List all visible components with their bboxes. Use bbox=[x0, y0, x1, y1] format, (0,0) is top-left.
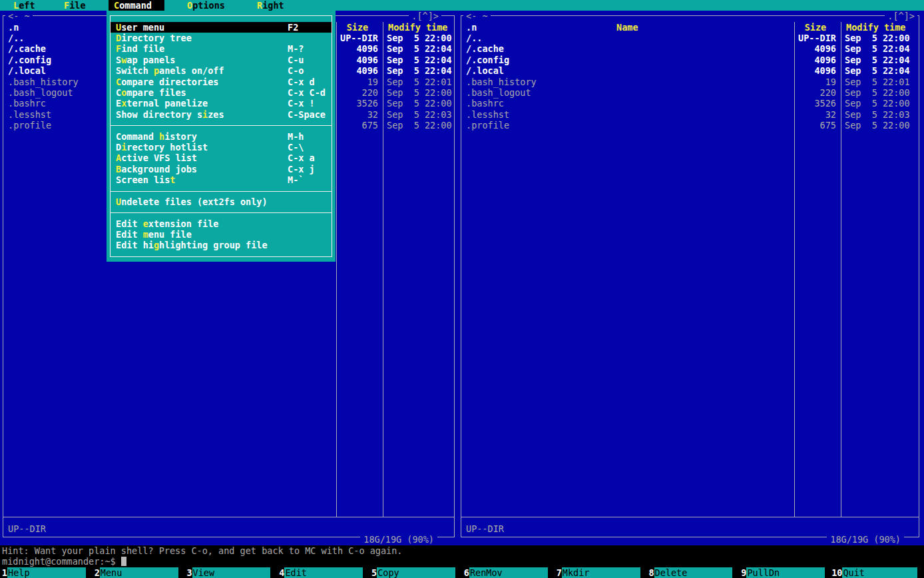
file-size: 4096 bbox=[337, 43, 378, 54]
file-name: /.. bbox=[466, 33, 482, 43]
menu-command[interactable]: Command bbox=[114, 0, 152, 11]
menu-item-active-vfs-list[interactable]: Active VFS listC-x a bbox=[111, 152, 332, 163]
menu-item-edit-highlighting-group-file[interactable]: Edit highlighting group file bbox=[111, 240, 332, 250]
menu-item-find-file[interactable]: Find fileM-? bbox=[111, 43, 332, 54]
file-size: 19 bbox=[337, 77, 378, 87]
column-header-size[interactable]: Size bbox=[795, 22, 836, 33]
fkey-renmov-button[interactable]: 6RenMov bbox=[462, 567, 555, 578]
shortcut: C-x a bbox=[288, 152, 315, 163]
file-name: .lesshst bbox=[466, 109, 509, 120]
menu-item-compare-directories[interactable]: Compare directoriesC-x d bbox=[111, 77, 332, 87]
file-row[interactable]: .lesshst32Sep 5 22:03 bbox=[458, 109, 924, 120]
prompt-text: midnight@commander:~$ bbox=[2, 556, 121, 567]
file-mtime: Sep 5 22:04 bbox=[387, 55, 452, 65]
menu-item-directory-tree[interactable]: Directory tree bbox=[111, 33, 332, 43]
shortcut: C-u bbox=[288, 55, 304, 65]
file-row[interactable]: .profile675Sep 5 22:00 bbox=[458, 120, 924, 131]
midnight-commander-screen: <- ~ .[^]> .n Name Size Modify time /..U… bbox=[0, 0, 924, 578]
column-header-size[interactable]: Size bbox=[337, 22, 378, 33]
menu-item-user-menu[interactable]: User menuF2 bbox=[111, 22, 332, 33]
menu-item-edit-menu-file[interactable]: Edit menu file bbox=[111, 229, 332, 240]
file-mtime: Sep 5 22:00 bbox=[387, 98, 452, 109]
menu-item-directory-hotlist[interactable]: Directory hotlistC-\ bbox=[111, 142, 332, 152]
file-size: 4096 bbox=[795, 65, 836, 76]
file-row[interactable]: .bash_history19Sep 5 22:01 bbox=[458, 77, 924, 87]
panel-title[interactable]: <- ~ bbox=[463, 11, 491, 21]
menu-bar: Left File Command Options Right bbox=[0, 0, 924, 11]
file-mtime: Sep 5 22:04 bbox=[845, 65, 910, 76]
file-name: /.cache bbox=[8, 43, 46, 54]
menu-right[interactable]: Right bbox=[257, 0, 284, 11]
menu-item-swap-panels[interactable]: Swap panelsC-u bbox=[111, 55, 332, 65]
file-row[interactable]: /.config4096Sep 5 22:04 bbox=[458, 55, 924, 65]
fkey-copy-button[interactable]: 5Copy bbox=[369, 567, 462, 578]
disk-usage: 18G/19G (90%) bbox=[360, 534, 437, 545]
shortcut: C-x C-d bbox=[288, 87, 326, 98]
file-size: 3526 bbox=[795, 98, 836, 109]
menu-hotkey: F bbox=[64, 0, 69, 11]
file-mtime: Sep 5 22:00 bbox=[387, 33, 452, 43]
mini-status: UP--DIR bbox=[8, 523, 46, 534]
panel-nav-buttons[interactable]: .[^]> bbox=[885, 11, 917, 21]
mini-status: UP--DIR bbox=[466, 523, 504, 534]
menu-separator bbox=[111, 212, 332, 213]
file-row[interactable]: .bashrc3526Sep 5 22:00 bbox=[458, 98, 924, 109]
shortcut: C-Space bbox=[288, 109, 326, 120]
file-row[interactable]: .bash_logout220Sep 5 22:00 bbox=[458, 87, 924, 98]
menu-item-undelete-files[interactable]: Undelete files (ext2fs only) bbox=[111, 196, 332, 207]
menu-item-external-panelize[interactable]: External panelizeC-x ! bbox=[111, 98, 332, 109]
fkey-edit-button[interactable]: 4Edit bbox=[277, 567, 369, 578]
menu-item-switch-panels[interactable]: Switch panels on/offC-o bbox=[111, 65, 332, 76]
file-panel-right: <- ~ .[^]> .n Name Size Modify time /..U… bbox=[458, 11, 924, 545]
command-dropdown-menu: User menuF2 Directory tree Find fileM-? … bbox=[107, 11, 336, 262]
menu-item-background-jobs[interactable]: Background jobsC-x j bbox=[111, 164, 332, 174]
shell-prompt[interactable]: midnight@commander:~$ bbox=[2, 556, 126, 567]
menu-item-command-history[interactable]: Command historyM-h bbox=[111, 131, 332, 142]
fkey-pulldn-button[interactable]: 9PullDn bbox=[739, 567, 831, 578]
file-name: .bashrc bbox=[8, 98, 46, 109]
menu-item-screen-list[interactable]: Screen listM-` bbox=[111, 174, 332, 185]
file-name: /.. bbox=[8, 33, 24, 43]
file-name: .bash_history bbox=[466, 77, 537, 87]
column-header-mtime[interactable]: Modify time bbox=[388, 22, 447, 33]
file-row[interactable]: /.local4096Sep 5 22:04 bbox=[458, 65, 924, 76]
file-mtime: Sep 5 22:04 bbox=[387, 65, 452, 76]
file-size: 32 bbox=[337, 109, 378, 120]
menu-item-show-directory-sizes[interactable]: Show directory sizesC-Space bbox=[111, 109, 332, 120]
menu-label: eft bbox=[19, 0, 35, 11]
file-row[interactable]: /..UP--DIRSep 5 22:00 bbox=[458, 33, 924, 43]
fkey-menu-button[interactable]: 2Menu bbox=[93, 567, 185, 578]
panel-nav-buttons[interactable]: .[^]> bbox=[409, 11, 441, 21]
column-header-name[interactable]: Name bbox=[616, 22, 638, 33]
file-name: /.config bbox=[466, 55, 509, 65]
menu-file[interactable]: File bbox=[64, 0, 86, 11]
shortcut: C-x ! bbox=[288, 98, 315, 109]
fkey-quit-button[interactable]: 10Quit bbox=[831, 567, 924, 578]
function-key-bar: 1Help 2Menu 3View 4Edit 5Copy 6RenMov 7M… bbox=[0, 567, 924, 578]
menu-left[interactable]: Left bbox=[13, 0, 35, 11]
file-name: /.local bbox=[8, 65, 46, 76]
file-size: 4096 bbox=[795, 43, 836, 54]
file-name: /.config bbox=[8, 55, 51, 65]
menu-item-edit-extension-file[interactable]: Edit extension file bbox=[111, 218, 332, 229]
file-name: .bash_history bbox=[8, 77, 79, 87]
file-size: UP--DIR bbox=[795, 33, 836, 43]
menu-item-compare-files[interactable]: Compare filesC-x C-d bbox=[111, 87, 332, 98]
shortcut: C-o bbox=[288, 65, 304, 76]
fkey-delete-button[interactable]: 8Delete bbox=[647, 567, 740, 578]
column-header-mtime[interactable]: Modify time bbox=[846, 22, 905, 33]
fkey-mkdir-button[interactable]: 7Mkdir bbox=[555, 567, 647, 578]
terminal-cursor bbox=[121, 557, 126, 566]
fkey-help-button[interactable]: 1Help bbox=[0, 567, 93, 578]
file-size: 675 bbox=[337, 120, 378, 131]
file-mtime: Sep 5 22:00 bbox=[845, 33, 910, 43]
menu-hotkey: O bbox=[187, 0, 192, 11]
file-size: 4096 bbox=[795, 55, 836, 65]
shortcut: M-? bbox=[288, 43, 304, 54]
file-size: 19 bbox=[795, 77, 836, 87]
panel-title[interactable]: <- ~ bbox=[5, 11, 33, 21]
file-row[interactable]: /.cache4096Sep 5 22:04 bbox=[458, 43, 924, 54]
file-name: .profile bbox=[466, 120, 509, 131]
fkey-view-button[interactable]: 3View bbox=[185, 567, 278, 578]
menu-options[interactable]: Options bbox=[187, 0, 225, 11]
